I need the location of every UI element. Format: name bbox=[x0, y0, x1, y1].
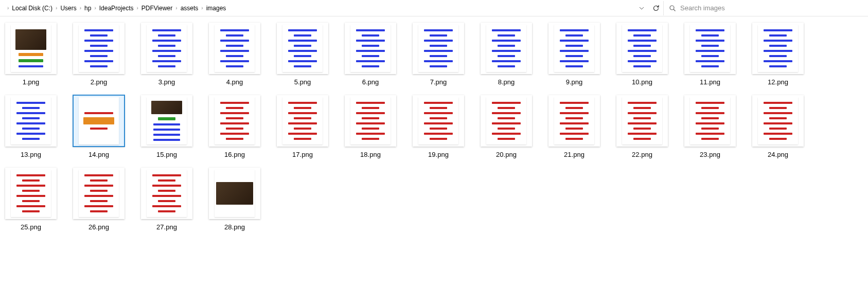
file-item[interactable]: 4.png bbox=[209, 23, 260, 86]
file-thumbnail bbox=[481, 95, 532, 147]
file-item[interactable]: 5.png bbox=[277, 23, 328, 86]
search-icon bbox=[669, 5, 676, 12]
file-item[interactable]: 6.png bbox=[345, 23, 396, 86]
file-item[interactable]: 17.png bbox=[277, 95, 328, 158]
file-label: 16.png bbox=[224, 151, 245, 158]
chevron-right-icon: › bbox=[80, 5, 81, 11]
file-item[interactable]: 18.png bbox=[345, 95, 396, 158]
file-thumbnail bbox=[684, 95, 736, 147]
search-box[interactable] bbox=[663, 1, 864, 15]
search-input[interactable] bbox=[680, 4, 864, 12]
file-thumbnail bbox=[141, 23, 192, 74]
breadcrumb[interactable]: ›Local Disk (C:)›Users›hp›IdeaProjects›P… bbox=[4, 5, 634, 12]
file-label: 4.png bbox=[226, 78, 243, 86]
file-label: 5.png bbox=[294, 78, 311, 86]
file-thumbnail bbox=[616, 95, 668, 147]
file-thumbnail bbox=[481, 23, 532, 74]
file-item[interactable]: 9.png bbox=[548, 23, 600, 86]
refresh-button[interactable] bbox=[649, 1, 663, 15]
file-thumbnail bbox=[5, 23, 57, 74]
file-item[interactable]: 7.png bbox=[413, 23, 464, 86]
file-item[interactable]: 3.png bbox=[141, 23, 192, 86]
file-label: 15.png bbox=[156, 151, 177, 158]
file-label: 11.png bbox=[700, 78, 720, 86]
file-thumbnail bbox=[684, 23, 736, 74]
file-item[interactable]: 15.png bbox=[141, 95, 192, 158]
file-label: 1.png bbox=[23, 78, 40, 86]
file-label: 26.png bbox=[88, 223, 109, 231]
file-thumbnail bbox=[548, 23, 600, 74]
breadcrumb-segment[interactable]: assets bbox=[181, 5, 199, 12]
file-thumbnail bbox=[616, 23, 668, 74]
file-item[interactable]: 19.png bbox=[413, 95, 464, 158]
file-item[interactable]: 28.png bbox=[209, 168, 260, 231]
file-item[interactable]: 11.png bbox=[684, 23, 736, 86]
file-item[interactable]: 8.png bbox=[481, 23, 532, 86]
file-label: 14.png bbox=[88, 151, 109, 158]
file-item[interactable]: 2.png bbox=[73, 23, 125, 86]
chevron-right-icon: › bbox=[7, 5, 9, 11]
breadcrumb-segment[interactable]: hp bbox=[84, 5, 91, 12]
file-label: 25.png bbox=[21, 223, 41, 231]
file-thumbnail bbox=[209, 168, 260, 219]
file-thumbnail bbox=[73, 23, 125, 74]
svg-line-1 bbox=[674, 9, 676, 11]
file-item[interactable]: 24.png bbox=[752, 95, 804, 158]
file-label: 7.png bbox=[430, 78, 447, 86]
file-item[interactable]: 13.png bbox=[5, 95, 57, 158]
breadcrumb-segment[interactable]: Users bbox=[60, 5, 76, 12]
breadcrumb-segment[interactable]: Local Disk (C:) bbox=[12, 5, 52, 12]
file-item[interactable]: 21.png bbox=[548, 95, 600, 158]
refresh-icon bbox=[652, 5, 660, 12]
file-item[interactable]: 26.png bbox=[73, 168, 125, 231]
file-item[interactable]: 25.png bbox=[5, 168, 57, 231]
file-label: 13.png bbox=[21, 151, 41, 158]
file-thumbnail bbox=[548, 95, 600, 147]
file-thumbnail bbox=[5, 168, 57, 219]
chevron-right-icon: › bbox=[136, 5, 138, 11]
file-label: 18.png bbox=[360, 151, 381, 158]
file-thumbnail bbox=[209, 23, 260, 74]
file-label: 27.png bbox=[156, 223, 177, 231]
history-dropdown-button[interactable] bbox=[634, 1, 649, 15]
file-item[interactable]: 27.png bbox=[141, 168, 192, 231]
breadcrumb-segment[interactable]: images bbox=[206, 5, 226, 12]
file-thumbnail bbox=[752, 23, 804, 74]
file-label: 28.png bbox=[224, 223, 245, 231]
file-label: 21.png bbox=[564, 151, 584, 158]
file-thumbnail bbox=[141, 168, 192, 219]
chevron-right-icon: › bbox=[175, 5, 177, 11]
file-label: 3.png bbox=[158, 78, 175, 86]
file-item[interactable]: 12.png bbox=[752, 23, 804, 86]
chevron-right-icon: › bbox=[94, 5, 96, 11]
breadcrumb-segment[interactable]: IdeaProjects bbox=[99, 5, 134, 12]
file-label: 12.png bbox=[768, 78, 788, 86]
file-label: 23.png bbox=[700, 151, 720, 158]
file-thumbnail bbox=[345, 95, 396, 147]
file-thumbnail bbox=[5, 95, 57, 147]
file-item[interactable]: 14.png bbox=[73, 95, 125, 158]
file-item[interactable]: 20.png bbox=[481, 95, 532, 158]
file-thumbnail bbox=[73, 95, 125, 147]
breadcrumb-segment[interactable]: PDFViewer bbox=[141, 5, 172, 12]
file-thumbnail bbox=[345, 23, 396, 74]
file-item[interactable]: 22.png bbox=[616, 95, 668, 158]
file-label: 24.png bbox=[768, 151, 788, 158]
file-item[interactable]: 1.png bbox=[5, 23, 57, 86]
file-label: 20.png bbox=[496, 151, 517, 158]
file-thumbnail bbox=[73, 168, 125, 219]
file-item[interactable]: 23.png bbox=[684, 95, 736, 158]
file-item[interactable]: 16.png bbox=[209, 95, 260, 158]
file-label: 2.png bbox=[91, 78, 108, 86]
svg-point-0 bbox=[670, 6, 674, 10]
address-toolbar: ›Local Disk (C:)›Users›hp›IdeaProjects›P… bbox=[0, 0, 868, 16]
file-label: 10.png bbox=[632, 78, 652, 86]
file-thumbnail bbox=[209, 95, 260, 147]
chevron-right-icon: › bbox=[201, 5, 203, 11]
file-grid: 1.png2.png3.png4.png5.png6.png7.png8.png… bbox=[0, 16, 868, 237]
file-label: 9.png bbox=[566, 78, 583, 86]
file-item[interactable]: 10.png bbox=[616, 23, 668, 86]
file-thumbnail bbox=[413, 23, 464, 74]
file-thumbnail bbox=[141, 95, 192, 147]
file-label: 6.png bbox=[362, 78, 379, 86]
